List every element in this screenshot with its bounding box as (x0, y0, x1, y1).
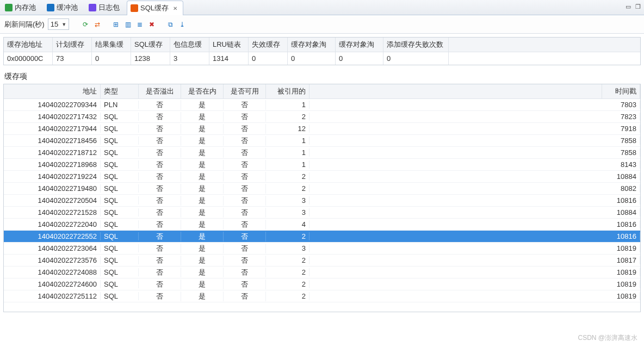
cell-inmem: 是 (181, 148, 224, 158)
summary-cell: 0x000000C (4, 52, 53, 65)
table-row[interactable]: 140402022718456SQL否是否17858 (4, 135, 640, 147)
restore-icon[interactable]: ❐ (635, 3, 641, 10)
cell-ts: 10819 (602, 244, 640, 252)
cache-items-title: 缓存项 (0, 69, 644, 84)
summary-col[interactable]: LRU链表 (209, 38, 249, 52)
cell-ref: 3 (266, 208, 309, 216)
chevron-down-icon: ▼ (61, 22, 66, 27)
grid-body[interactable]: 140402022709344PLN否是否1780314040202271743… (4, 99, 640, 312)
tab-日志包[interactable]: 日志包 (85, 0, 126, 15)
cell-avail: 否 (224, 184, 266, 194)
cell-ts: 10816 (602, 232, 640, 240)
table-icon[interactable]: ▥ (123, 20, 132, 29)
cell-ts: 10819 (602, 280, 640, 288)
summary-cell: 0 (383, 52, 449, 65)
delete-icon[interactable]: ✖ (147, 20, 156, 29)
cell-overflow: 否 (139, 256, 181, 265)
cell-ts: 10819 (602, 268, 640, 276)
cell-addr: 140402022718968 (4, 160, 101, 169)
table-row[interactable]: 140402022723576SQL否是否210817 (4, 255, 640, 267)
table-row[interactable]: 140402022724088SQL否是否210819 (4, 267, 640, 278)
cell-ref: 4 (266, 220, 309, 228)
cell-overflow: 否 (139, 232, 181, 241)
summary-col[interactable]: 结果集缓 (92, 38, 131, 52)
col-ts[interactable]: 时间戳 (602, 84, 640, 98)
cell-ts: 10884 (602, 172, 640, 181)
summary-cell: 1314 (209, 52, 249, 65)
tab-bar: 内存池缓冲池日志包SQL缓存✕ ▭ ❐ (0, 0, 644, 15)
col-avail[interactable]: 是否可用 (224, 84, 266, 98)
table-row[interactable]: 140402022722040SQL否是否410816 (4, 219, 640, 231)
cell-inmem: 是 (181, 280, 224, 289)
grid-header: 地址 类型 是否溢出 是否在内 是否可用 被引用的 时间戳 (4, 84, 640, 99)
cell-inmem: 是 (181, 208, 224, 218)
refresh-interval-combo[interactable]: 15 ▼ (48, 18, 69, 30)
sync-icon[interactable]: ⇄ (93, 20, 102, 29)
summary-col[interactable]: 缓存对象淘 (288, 38, 336, 52)
table-row[interactable]: 140402022717432SQL否是否27823 (4, 111, 640, 123)
copy-icon[interactable]: ⧉ (166, 20, 175, 29)
cell-type: SQL (101, 220, 139, 228)
tab-SQL缓存[interactable]: SQL缓存✕ (127, 1, 183, 15)
cell-addr: 140402022721528 (4, 208, 101, 216)
cell-avail: 否 (224, 148, 266, 158)
cell-ts: 10816 (602, 220, 640, 228)
col-type[interactable]: 类型 (101, 84, 139, 98)
cell-type: SQL (101, 137, 139, 145)
summary-col[interactable]: 缓存对象淘 (336, 38, 383, 52)
refresh-icon[interactable]: ⟳ (81, 20, 90, 29)
summary-col[interactable]: 计划缓存 (53, 38, 92, 52)
col-inmem[interactable]: 是否在内 (181, 84, 224, 98)
summary-col[interactable]: 添加缓存失败次数 (383, 38, 449, 52)
cell-avail: 否 (224, 160, 266, 170)
cell-addr: 140402022717944 (4, 125, 101, 133)
table-row[interactable]: 140402022723064SQL否是否310819 (4, 243, 640, 255)
cell-type: SQL (101, 208, 139, 216)
summary-col[interactable]: 缓存池地址 (4, 38, 53, 52)
col-overflow[interactable]: 是否溢出 (139, 84, 181, 98)
toolbar: 刷新间隔(秒) 15 ▼ ⟳ ⇄ ⊞ ▥ ≣ ✖ ⧉ ⤓ (0, 15, 644, 34)
summary-col[interactable]: SQL缓存 (131, 38, 170, 52)
table-row[interactable]: 140402022722552SQL否是否210816 (4, 231, 640, 243)
minimize-icon[interactable]: ▭ (626, 3, 631, 10)
cell-ref: 2 (266, 280, 309, 288)
cell-inmem: 是 (181, 244, 224, 253)
table-row[interactable]: 140402022717944SQL否是否127918 (4, 123, 640, 135)
tab-缓冲池[interactable]: 缓冲池 (43, 0, 84, 15)
list-icon[interactable]: ≣ (135, 20, 144, 29)
col-addr[interactable]: 地址 (4, 84, 101, 98)
cell-inmem: 是 (181, 160, 224, 170)
tab-内存池[interactable]: 内存池 (1, 0, 42, 15)
summary-col[interactable]: 失效缓存 (249, 38, 288, 52)
table-row[interactable]: 140402022725112SQL否是否210819 (4, 290, 640, 302)
cell-addr: 140402022724088 (4, 268, 101, 276)
table-row[interactable]: 140402022719480SQL否是否28082 (4, 183, 640, 195)
cell-addr: 140402022719480 (4, 184, 101, 193)
cell-type: SQL (101, 292, 139, 300)
table-row[interactable]: 140402022721528SQL否是否310884 (4, 207, 640, 219)
cell-inmem: 是 (181, 220, 224, 230)
cell-ts: 7858 (602, 137, 640, 145)
table-row[interactable]: 140402022718712SQL否是否17858 (4, 147, 640, 159)
cell-ts: 7803 (602, 101, 640, 109)
table-row[interactable]: 140402022718968SQL否是否18143 (4, 159, 640, 171)
summary-row[interactable]: 0x000000C7301238313140000 (4, 52, 640, 65)
cell-type: SQL (101, 280, 139, 288)
table-row[interactable]: 140402022720504SQL否是否310816 (4, 195, 640, 207)
cell-ref: 12 (266, 125, 309, 133)
export-icon[interactable]: ⤓ (178, 20, 187, 29)
grid-icon[interactable]: ⊞ (112, 20, 120, 29)
cell-ts: 8143 (602, 160, 640, 169)
cell-type: SQL (101, 148, 139, 157)
cell-inmem: 是 (181, 124, 224, 134)
close-icon[interactable]: ✕ (173, 5, 177, 11)
cell-overflow: 否 (139, 172, 181, 182)
cell-type: SQL (101, 160, 139, 169)
refresh-interval-value: 15 (51, 20, 58, 28)
table-row[interactable]: 140402022724600SQL否是否210819 (4, 278, 640, 290)
table-row[interactable]: 140402022709344PLN否是否17803 (4, 99, 640, 111)
table-row[interactable]: 140402022719224SQL否是否210884 (4, 171, 640, 183)
col-ref[interactable]: 被引用的 (266, 84, 309, 98)
summary-col[interactable]: 包信息缓 (170, 38, 209, 52)
cell-ref: 1 (266, 137, 309, 145)
